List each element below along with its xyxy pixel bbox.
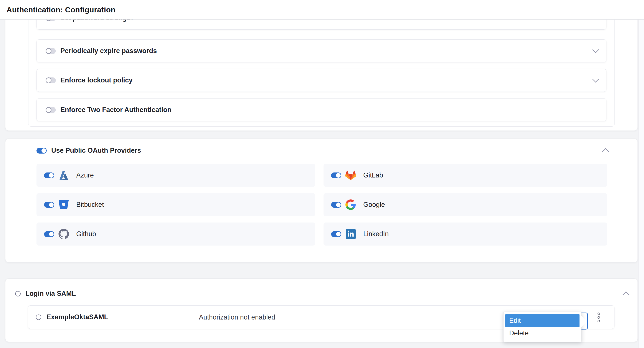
gitlab-icon	[345, 170, 356, 181]
azure-icon	[58, 170, 70, 181]
toggle-off[interactable]	[46, 107, 56, 113]
toggle-off[interactable]	[46, 77, 56, 83]
github-icon	[58, 228, 70, 240]
toggle-on[interactable]	[44, 231, 54, 237]
setting-label: Enforce lockout policy	[60, 76, 132, 84]
bitbucket-icon	[58, 199, 70, 210]
provider-name: Bitbucket	[76, 201, 104, 209]
kebab-menu-icon[interactable]	[598, 306, 600, 329]
provider-name: GitLab	[363, 171, 383, 179]
menu-item-delete[interactable]: Delete	[505, 327, 580, 339]
oauth-section-header: Use Public OAuth Providers	[36, 145, 608, 156]
setting-row-two-factor: Enforce Two Factor Authentication	[36, 98, 606, 121]
provider-row-google: Google	[324, 193, 607, 216]
chevron-up-icon[interactable]	[622, 291, 629, 298]
provider-name: Google	[363, 201, 385, 209]
toggle-on[interactable]	[36, 148, 46, 153]
page-title: Authentication: Configuration	[6, 6, 116, 14]
toggle-on[interactable]	[331, 172, 341, 178]
radio-login-via-saml[interactable]	[15, 291, 21, 296]
linkedin-icon	[345, 228, 356, 240]
setting-label: Enforce Two Factor Authentication	[60, 106, 172, 114]
saml-config-name: ExampleOktaSAML	[46, 313, 108, 321]
toggle-off[interactable]	[46, 48, 56, 54]
toggle-on[interactable]	[331, 202, 341, 208]
menu-item-edit[interactable]: Edit	[505, 314, 580, 327]
oauth-section-label: Use Public OAuth Providers	[51, 147, 141, 154]
context-menu: Edit Delete	[503, 312, 582, 342]
chevron-up-icon[interactable]	[602, 148, 609, 155]
saml-section-label: Login via SAML	[26, 290, 76, 297]
provider-row-linkedin: LinkedIn	[324, 223, 607, 246]
toggle-on[interactable]	[44, 172, 54, 178]
google-icon	[345, 199, 356, 210]
saml-section-header: Login via SAML	[15, 288, 628, 299]
provider-row-github: Github	[36, 223, 315, 246]
provider-row-azure: Azure	[36, 164, 315, 187]
menu-pointer-notch	[581, 316, 587, 327]
toggle-on[interactable]	[44, 202, 54, 208]
provider-row-gitlab: GitLab	[324, 164, 607, 187]
setting-row-expire-passwords: Periodically expire passwords	[36, 39, 606, 62]
provider-name: Azure	[76, 171, 94, 179]
page-header: Authentication: Configuration	[0, 0, 644, 20]
saml-config-status: Authorization not enabled	[199, 306, 275, 329]
radio-saml-config[interactable]	[36, 314, 41, 320]
provider-row-bitbucket: Bitbucket	[36, 193, 315, 216]
scrollbar-track[interactable]	[638, 20, 644, 348]
toggle-on[interactable]	[331, 231, 341, 237]
chevron-down-icon[interactable]	[592, 76, 599, 82]
setting-row-lockout-policy: Enforce lockout policy	[36, 69, 606, 92]
provider-name: LinkedIn	[363, 230, 389, 238]
setting-label: Periodically expire passwords	[60, 47, 157, 55]
chevron-down-icon[interactable]	[592, 46, 599, 53]
provider-name: Github	[76, 230, 96, 238]
